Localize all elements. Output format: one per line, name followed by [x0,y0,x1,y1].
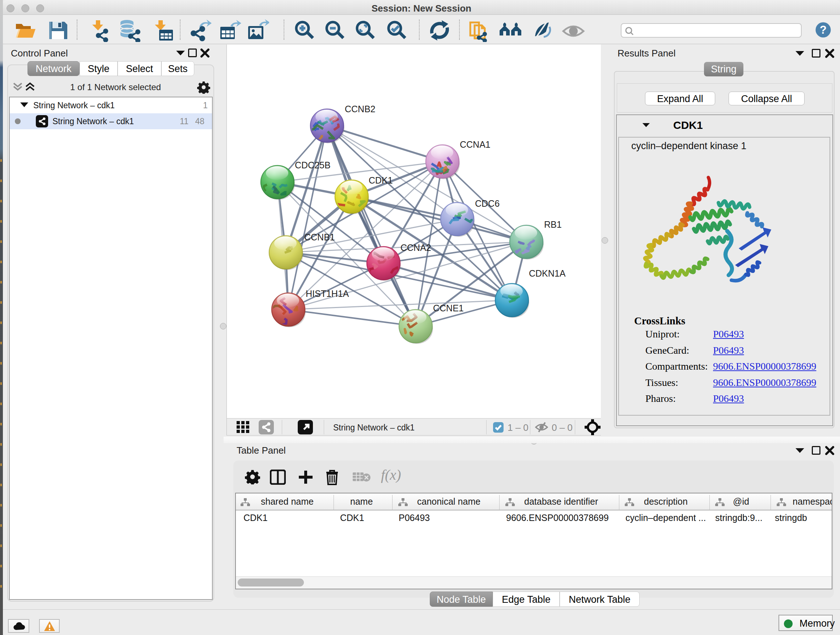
svg-text:?: ? [820,24,827,36]
svg-text:CCNE1: CCNE1 [433,303,464,313]
svg-text:CCNB2: CCNB2 [345,104,376,114]
svg-text:CDC25B: CDC25B [295,160,331,170]
svg-text:CCNA2: CCNA2 [401,242,431,253]
svg-text:CDKN1A: CDKN1A [529,268,566,279]
svg-text:CDC6: CDC6 [475,198,500,209]
svg-text:HIST1H1A: HIST1H1A [306,288,349,299]
svg-text:CCNB1: CCNB1 [304,232,335,242]
svg-text:RB1: RB1 [544,219,562,230]
svg-text:CDK1: CDK1 [369,175,393,185]
svg-text:CCNA1: CCNA1 [460,139,491,149]
